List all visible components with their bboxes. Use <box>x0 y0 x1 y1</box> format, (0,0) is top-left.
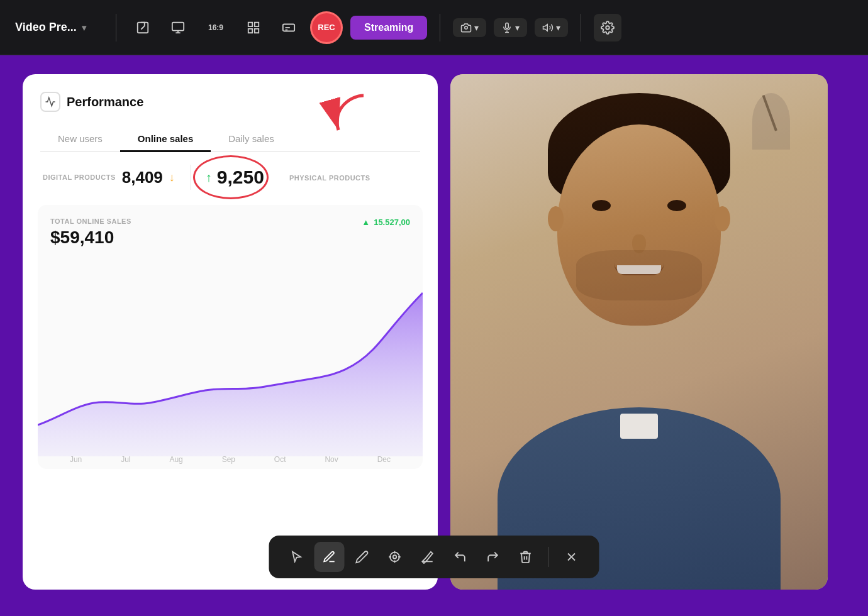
rec-label: REC <box>318 23 335 32</box>
svg-point-8 <box>465 26 468 29</box>
chart-area <box>38 280 423 469</box>
xaxis-oct: Oct <box>274 455 286 464</box>
camera-chevron-icon: ▾ <box>474 23 479 33</box>
xaxis-jul: Jul <box>121 455 130 464</box>
toolbar-divider <box>548 547 549 567</box>
physical-products-metric: ↑ 9,250 <box>206 167 264 188</box>
pen-icon <box>323 550 337 564</box>
svg-point-16 <box>393 555 397 559</box>
chart-label: TOTAL ONLINE SALES <box>50 217 410 225</box>
mic-icon <box>501 22 513 33</box>
undo-icon <box>453 550 467 564</box>
xaxis-aug: Aug <box>169 455 182 464</box>
external-link-button[interactable] <box>129 14 157 41</box>
person-beard <box>576 250 702 300</box>
undo-button[interactable] <box>445 542 476 572</box>
svg-point-15 <box>390 553 399 562</box>
digital-products-label: DIGITAL PRODUCTS <box>43 173 116 181</box>
camera-background <box>450 74 828 590</box>
redo-button[interactable] <box>478 542 508 572</box>
volume-chevron-icon: ▾ <box>556 23 560 33</box>
xaxis-nov: Nov <box>325 455 338 464</box>
svg-rect-9 <box>506 23 509 28</box>
pen-tool-button[interactable] <box>314 542 345 572</box>
divider-1 <box>116 14 116 41</box>
physical-products-label: PHYSICAL PRODUCTS <box>289 174 370 182</box>
caption-button[interactable] <box>275 14 303 41</box>
digital-products-value: 8,409 <box>122 168 163 187</box>
chart-section: TOTAL ONLINE SALES $59,410 ▲ 15.527,00 <box>38 205 423 469</box>
svg-line-1 <box>141 26 145 30</box>
xaxis-dec: Dec <box>377 455 391 464</box>
tab-new-users[interactable]: New users <box>40 127 120 152</box>
physical-products-value: 9,250 <box>217 167 264 188</box>
redo-icon <box>486 550 500 564</box>
performance-icon <box>40 92 60 112</box>
metrics-row: DIGITAL PRODUCTS 8,409 ↓ ↑ 9,250 PHYSICA… <box>40 165 420 190</box>
xaxis-sep: Sep <box>222 455 235 464</box>
volume-dropdown-button[interactable]: ▾ <box>535 18 568 37</box>
target-tool-button[interactable] <box>380 542 410 572</box>
legend-value: 15.527,00 <box>374 217 410 227</box>
camera-icon <box>460 22 472 33</box>
svg-rect-2 <box>172 22 184 30</box>
physical-products-trend-icon: ↑ <box>206 170 212 185</box>
eraser-icon <box>421 550 435 564</box>
layout-button[interactable] <box>240 14 267 41</box>
chart-legend: ▲ 15.527,00 <box>362 217 410 227</box>
chart-total: $59,410 <box>50 228 410 248</box>
shirt-collar <box>620 414 658 439</box>
title-chevron-icon[interactable]: ▾ <box>82 23 86 33</box>
panel-title: Performance <box>67 95 143 109</box>
close-icon <box>565 550 579 564</box>
tab-online-sales[interactable]: Online sales <box>120 127 211 152</box>
digital-products-metric: DIGITAL PRODUCTS 8,409 ↓ <box>43 168 175 187</box>
camera-view-button[interactable] <box>164 14 192 41</box>
target-icon <box>388 550 402 564</box>
legend-trend-icon: ▲ <box>362 217 370 227</box>
trash-icon <box>519 550 533 564</box>
pencil-tool-button[interactable] <box>347 542 377 572</box>
chart-header: TOTAL ONLINE SALES $59,410 <box>50 217 410 248</box>
digital-products-trend-icon: ↓ <box>169 171 175 184</box>
trash-button[interactable] <box>511 542 541 572</box>
tabs-row: New users Online sales Daily sales <box>40 127 420 152</box>
dashboard-panel: Performance New users Online sales Daily… <box>23 74 438 590</box>
chart-xaxis: Jun Jul Aug Sep Oct Nov Dec <box>50 455 410 469</box>
main-area: Performance New users Online sales Daily… <box>0 55 868 616</box>
left-ear <box>548 206 564 231</box>
svg-point-13 <box>606 26 610 30</box>
annotation-toolbar <box>269 536 599 578</box>
right-ear <box>715 206 730 231</box>
title-text: Video Pre... <box>15 21 77 34</box>
streaming-label: Streaming <box>364 22 413 33</box>
physical-products-label-container: PHYSICAL PRODUCTS <box>289 172 370 183</box>
rec-button[interactable]: REC <box>310 11 343 44</box>
volume-icon <box>542 22 554 33</box>
divider-2 <box>440 14 440 41</box>
window-title[interactable]: Video Pre... ▾ <box>15 21 103 34</box>
person-face <box>557 124 721 326</box>
mic-dropdown-button[interactable]: ▾ <box>494 18 527 37</box>
settings-icon <box>601 21 615 35</box>
xaxis-jun: Jun <box>70 455 82 464</box>
panel-header: Performance <box>40 92 420 112</box>
select-icon <box>290 550 304 564</box>
streaming-button[interactable]: Streaming <box>350 16 427 40</box>
camera-panel <box>450 74 828 590</box>
camera-dropdown-button[interactable]: ▾ <box>453 18 486 37</box>
right-eye <box>667 200 686 211</box>
select-tool-button[interactable] <box>282 542 312 572</box>
eraser-tool-button[interactable] <box>413 542 443 572</box>
divider-3 <box>581 14 581 41</box>
settings-button[interactable] <box>594 14 621 41</box>
aspect-ratio-button[interactable]: 16:9 <box>199 14 232 41</box>
topbar: Video Pre... ▾ 16:9 REC Streaming ▾ ▾ ▾ <box>0 0 868 55</box>
close-toolbar-button[interactable] <box>557 542 587 572</box>
pencil-icon <box>355 550 369 564</box>
mic-chevron-icon: ▾ <box>515 23 520 33</box>
metrics-divider <box>190 165 191 190</box>
tab-daily-sales[interactable]: Daily sales <box>211 127 292 152</box>
svg-marker-12 <box>543 24 548 31</box>
left-eye <box>592 200 611 211</box>
